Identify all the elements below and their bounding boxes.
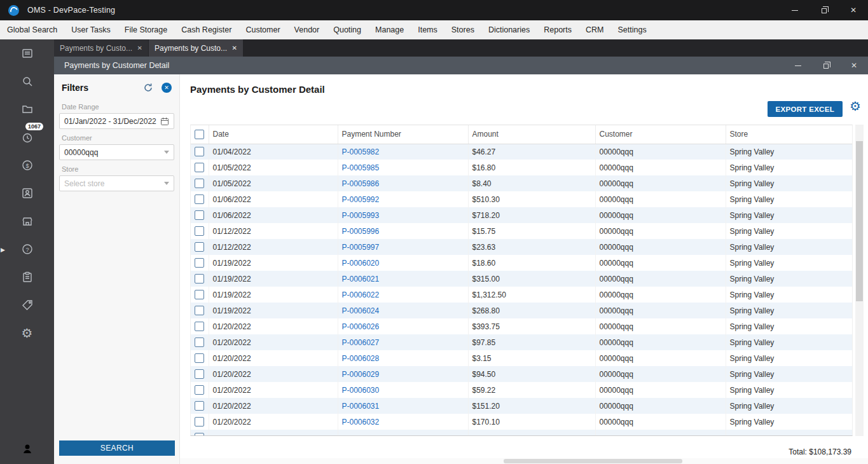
column-header-customer[interactable]: Customer [595,125,726,144]
menu-item-settings[interactable]: Settings [610,20,653,39]
column-header-amount[interactable]: Amount [468,125,595,144]
menu-item-manage[interactable]: Manage [368,20,411,39]
menu-item-global-search[interactable]: Global Search [0,20,64,39]
store-cell: Spring Valley [726,207,853,223]
customer-dropdown[interactable]: 00000qqq [59,144,174,160]
row-checkbox[interactable] [195,258,204,268]
inner-close-button[interactable]: ✕ [840,57,868,74]
menu-item-vendor[interactable]: Vendor [287,20,327,39]
menu-item-dictionaries[interactable]: Dictionaries [481,20,537,39]
search-button[interactable]: SEARCH [59,440,175,456]
sidebar-item-tags[interactable] [0,291,54,319]
vertical-scrollbar[interactable] [855,125,864,436]
payment-link[interactable]: P-0005985 [338,160,468,175]
store-dropdown[interactable]: Select store [59,175,174,191]
menu-item-items[interactable]: Items [411,20,444,39]
payment-link[interactable]: P-0005992 [338,191,468,207]
menu-item-quoting[interactable]: Quoting [326,20,368,39]
row-checkbox[interactable] [195,417,204,426]
inner-restore-button[interactable] [812,57,840,74]
sidebar-item-settings[interactable]: ⚙ [0,319,54,347]
payment-link[interactable]: P-0006022 [338,287,468,303]
row-checkbox[interactable] [195,322,204,331]
row-checkbox[interactable] [195,147,204,156]
sidebar-item-tasks[interactable] [0,263,54,291]
sidebar-item-user[interactable] [0,435,54,463]
tab-2[interactable]: Payments by Custo...✕ [149,39,243,57]
column-header-date[interactable]: Date [209,125,338,144]
menu-item-cash-register[interactable]: Cash Register [174,20,238,39]
menu-item-user-tasks[interactable]: User Tasks [64,20,118,39]
customer-cell: 00000qqq [595,398,726,414]
sidebar-item-search[interactable] [0,67,54,95]
payment-link[interactable]: P-0005997 [338,239,468,255]
date-cell: 01/19/2022 [209,255,338,271]
menu-item-crm[interactable]: CRM [579,20,610,39]
row-checkbox[interactable] [195,242,204,252]
payment-link[interactable]: P-0006028 [338,350,468,366]
sidebar-item-contacts[interactable] [0,179,54,207]
row-checkbox[interactable] [195,194,204,204]
svg-text:$: $ [25,163,29,169]
row-checkbox[interactable] [195,210,204,220]
horizontal-scrollbar-thumb[interactable] [504,459,682,463]
payment-link[interactable]: P-0005993 [338,207,468,223]
payment-link[interactable]: P-0006032 [338,414,468,430]
date-range-input[interactable]: 01/Jan/2022 - 31/Dec/2022 [59,113,174,129]
sidebar-item-files[interactable] [0,95,54,123]
select-all-checkbox[interactable] [195,130,204,139]
payment-link[interactable] [338,430,468,436]
sidebar-expand-arrow-icon[interactable]: ▶ [1,247,5,253]
payment-link[interactable]: P-0005982 [338,144,468,160]
row-checkbox[interactable] [195,338,204,347]
payment-link[interactable]: P-0006026 [338,318,468,334]
menu-item-file-storage[interactable]: File Storage [118,20,174,39]
menu-item-customer[interactable]: Customer [238,20,287,39]
menu-item-stores[interactable]: Stores [444,20,481,39]
inner-minimize-button[interactable] [784,57,812,74]
payment-link[interactable]: P-0006021 [338,271,468,287]
export-excel-button[interactable]: EXPORT EXCEL [768,101,843,117]
minimize-button[interactable] [780,0,809,20]
row-checkbox[interactable] [195,401,204,411]
refresh-filters-button[interactable] [143,83,153,93]
sidebar-item-stores[interactable] [0,207,54,235]
column-header-payment-number[interactable]: Payment Number [338,125,468,144]
clear-filters-button[interactable]: ✕ [162,83,172,93]
row-checkbox[interactable] [195,179,204,188]
row-checkbox[interactable] [195,290,204,299]
table-settings-gear-icon[interactable]: ⚙ [850,100,861,113]
row-checkbox[interactable] [195,274,204,283]
close-button[interactable]: ✕ [839,0,868,20]
sidebar-item-help[interactable]: ? [0,235,54,263]
sidebar-item-dashboard[interactable] [0,39,54,67]
row-checkbox[interactable] [195,369,204,379]
payment-link[interactable]: P-0005986 [338,175,468,191]
tab-1[interactable]: Payments by Custo...✕ [54,39,148,57]
sidebar-item-payments[interactable]: $ [0,151,54,179]
payment-link[interactable]: P-0006020 [338,255,468,271]
restore-button[interactable] [809,0,839,20]
customer-cell: 00000qqq [595,239,726,255]
tab-close-icon[interactable]: ✕ [137,44,142,51]
row-checkbox[interactable] [195,226,204,236]
row-checkbox[interactable] [195,306,204,315]
row-checkbox[interactable] [195,433,204,436]
row-checkbox[interactable] [195,385,204,395]
menu-item-reports[interactable]: Reports [537,20,579,39]
calendar-icon[interactable] [160,117,169,126]
vertical-scrollbar-thumb[interactable] [856,141,863,301]
tab-close-icon[interactable]: ✕ [232,44,237,51]
payment-link[interactable]: P-0006024 [338,303,468,318]
payment-link[interactable]: P-0006029 [338,366,468,382]
row-checkbox[interactable] [195,353,204,363]
row-checkbox[interactable] [195,163,204,172]
payment-link[interactable]: P-0006027 [338,334,468,350]
customer-cell: 00000qqq [595,414,726,430]
payment-link[interactable]: P-0006030 [338,382,468,398]
payment-link[interactable]: P-0006031 [338,398,468,414]
column-header-store[interactable]: Store [726,125,853,144]
sidebar-item-pending[interactable]: 1067 [0,123,54,151]
payment-link[interactable]: P-0005996 [338,223,468,239]
horizontal-scrollbar[interactable] [180,458,868,464]
